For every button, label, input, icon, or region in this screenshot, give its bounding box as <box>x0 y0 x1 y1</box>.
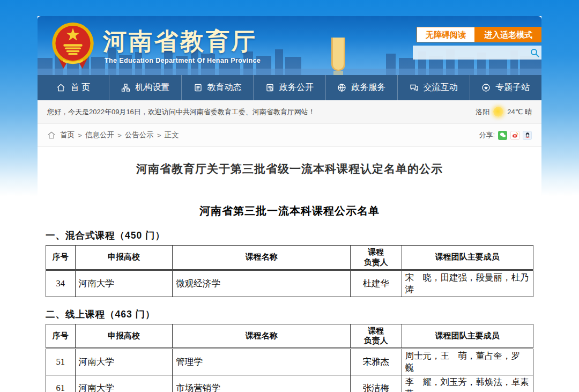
cell-team: 宋 晓，田建强，段曼丽，杜乃涛 <box>402 270 533 297</box>
site-banner: 河南省教育厅 The Education Department Of Henan… <box>38 16 541 75</box>
site-name-english: The Education Department Of Henan Provin… <box>105 57 261 64</box>
nav-item-org[interactable]: 机构设置 <box>109 75 181 100</box>
table-row: 34 河南大学 微观经济学 杜建华 宋 晓，田建强，段曼丽，杜乃涛 <box>46 270 533 297</box>
col-header-school: 申报高校 <box>75 324 173 349</box>
search-icon[interactable] <box>528 48 541 57</box>
section-heading-blended: 一、混合式课程（450 门） <box>46 229 541 242</box>
cell-no: 61 <box>46 375 76 392</box>
weather-city: 洛阳 <box>476 107 489 117</box>
breadcrumb-item-current: 正文 <box>165 130 179 140</box>
share-label: 分享: <box>479 130 495 140</box>
elder-mode-button[interactable]: 进入适老模式 <box>475 27 541 42</box>
nav-item-interact[interactable]: 交流互动 <box>398 75 470 100</box>
greeting-text: 您好，今天是2022年09月16日，欢迎访问中共河南省委教育工委、河南省教育厅网… <box>47 107 315 117</box>
section-heading-online: 二、线上课程（463 门） <box>46 308 541 321</box>
breadcrumb-separator: > <box>78 131 82 139</box>
article-title: 河南省教育厅关于第三批省级一流本科课程认定名单的公示 <box>38 161 541 176</box>
col-header-no: 序号 <box>46 246 76 270</box>
news-icon <box>194 83 203 92</box>
blended-course-table: 序号 申报高校 课程名称 课程 负责人 课程团队主要成员 34 河南大学 微观经… <box>46 245 533 297</box>
weibo-share-icon[interactable] <box>510 131 519 140</box>
nav-item-subsite[interactable]: 专题子站 <box>470 75 541 100</box>
accessibility-reading-button[interactable]: 无障碍阅读 <box>417 27 475 42</box>
nav-label: 交流互动 <box>424 82 458 93</box>
qq-share-icon[interactable] <box>523 131 532 140</box>
col-header-no: 序号 <box>46 324 76 349</box>
cell-leader: 宋雅杰 <box>351 349 402 375</box>
online-course-table: 序号 申报高校 课程名称 课程 负责人 课程团队主要成员 51 河南大学 管理学… <box>46 324 533 392</box>
table-header-row: 序号 申报高校 课程名称 课程 负责人 课程团队主要成员 <box>46 246 533 270</box>
nav-label: 机构设置 <box>135 82 169 93</box>
cell-leader: 杜建华 <box>351 270 402 297</box>
gov-open-icon <box>265 83 274 92</box>
sun-icon <box>493 107 503 117</box>
cell-school: 河南大学 <box>75 270 173 297</box>
nav-item-home[interactable]: 首 页 <box>38 75 109 100</box>
col-header-school: 申报高校 <box>75 246 173 270</box>
status-bar: 您好，今天是2022年09月16日，欢迎访问中共河南省委教育工委、河南省教育厅网… <box>38 100 541 124</box>
national-emblem-logo <box>49 20 96 71</box>
nav-item-gov-open[interactable]: 政务公开 <box>254 75 325 100</box>
nav-label: 首 页 <box>70 82 90 93</box>
breadcrumb-item-info[interactable]: 信息公开 <box>85 130 114 140</box>
nav-item-news[interactable]: 教育动态 <box>182 75 254 100</box>
cell-leader: 张洁梅 <box>351 375 402 392</box>
col-header-team: 课程团队主要成员 <box>402 324 533 349</box>
home-icon <box>47 131 56 139</box>
org-icon <box>121 83 130 92</box>
table-header-row: 序号 申报高校 课程名称 课程 负责人 课程团队主要成员 <box>46 324 533 349</box>
cell-team: 李 耀，刘玉芳，韩焕法，卓素燕 <box>402 375 533 392</box>
cell-course: 市场营销学 <box>173 375 351 392</box>
col-header-course: 课程名称 <box>173 246 351 270</box>
cell-school: 河南大学 <box>75 375 173 392</box>
cell-no: 51 <box>46 349 76 375</box>
wechat-share-icon[interactable] <box>498 131 507 140</box>
gov-service-icon <box>337 83 346 92</box>
col-header-course: 课程名称 <box>173 324 351 349</box>
breadcrumb-separator: > <box>157 131 161 139</box>
search-input[interactable] <box>413 47 528 58</box>
nav-label: 教育动态 <box>207 82 242 93</box>
cell-no: 34 <box>46 270 76 297</box>
page-card: 河南省教育厅 The Education Department Of Henan… <box>38 16 541 392</box>
cell-school: 河南大学 <box>75 349 173 375</box>
site-name: 河南省教育厅 <box>103 26 257 57</box>
breadcrumb: 首页 > 信息公开 > 公告公示 > 正文 分享: <box>38 124 541 147</box>
breadcrumb-separator: > <box>117 131 122 139</box>
col-header-leader: 课程 负责人 <box>351 246 402 270</box>
main-nav: 首 页 机构设置 教育动态 政务公开 政务服务 交流互动 专题子站 <box>38 75 541 100</box>
table-row: 51 河南大学 管理学 宋雅杰 周士元，王 萌，董占奎，罗 巍 <box>46 349 533 375</box>
nav-label: 专题子站 <box>495 82 530 93</box>
subsite-icon <box>481 83 491 92</box>
nav-label: 政务公开 <box>279 82 314 93</box>
nav-item-gov-service[interactable]: 政务服务 <box>326 75 398 100</box>
table-row: 61 河南大学 市场营销学 张洁梅 李 耀，刘玉芳，韩焕法，卓素燕 <box>46 375 533 392</box>
home-icon <box>56 83 65 92</box>
nav-label: 政务服务 <box>351 82 385 93</box>
weather-text: 24℃ 晴 <box>507 107 532 117</box>
col-header-team: 课程团队主要成员 <box>402 246 533 270</box>
search-bar <box>413 46 541 60</box>
cell-course: 管理学 <box>173 349 351 375</box>
cell-team: 周士元，王 萌，董占奎，罗 巍 <box>402 349 533 375</box>
interact-icon <box>410 83 419 92</box>
breadcrumb-item-home[interactable]: 首页 <box>60 130 75 140</box>
course-list-title: 河南省第三批一流本科课程公示名单 <box>38 204 541 218</box>
col-header-leader: 课程 负责人 <box>351 324 402 349</box>
breadcrumb-item-notice[interactable]: 公告公示 <box>125 130 154 140</box>
cell-course: 微观经济学 <box>173 270 351 297</box>
